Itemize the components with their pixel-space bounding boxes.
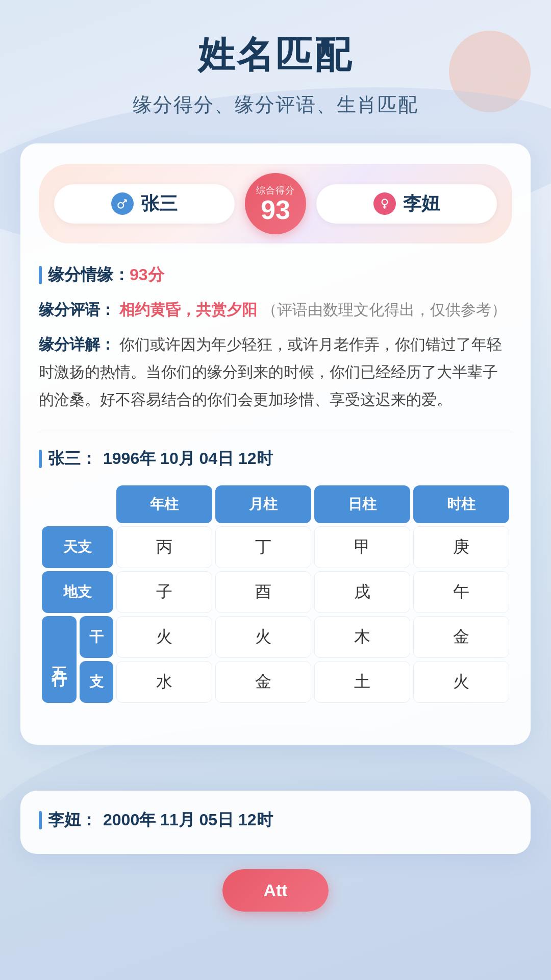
person1-birth-info: 1996年 10月 04日 12时 — [103, 448, 273, 470]
person1-bazi-table: 年柱 月柱 日柱 时柱 天支 丙 丁 甲 庚 地支 子 酉 戌 午 五行 — [39, 482, 512, 706]
cta-button[interactable]: Att — [222, 869, 328, 912]
wuxing-gan-label: 干 — [80, 616, 113, 658]
wuxing-gan-ri: 木 — [314, 616, 410, 658]
wuxing-main-label: 五行 — [42, 616, 77, 703]
female-person-badge: 李妞 — [316, 184, 497, 224]
page-title: 姓名匹配 — [20, 31, 531, 80]
tiangan-nian: 丙 — [116, 526, 212, 568]
male-person-badge: 张三 — [54, 184, 235, 224]
cta-area: Att — [20, 869, 531, 912]
male-name: 张三 — [141, 191, 178, 216]
person1-bazi-section: 张三： 1996年 10月 04日 12时 年柱 月柱 日柱 时柱 天支 丙 丁… — [39, 448, 512, 706]
wuxing-gan-yue: 火 — [215, 616, 311, 658]
person1-name-label: 张三： — [48, 448, 97, 470]
page-subtitle: 缘分得分、缘分评语、生肖匹配 — [20, 92, 531, 118]
person2-card: 李妞： 2000年 11月 05日 12时 — [20, 791, 531, 854]
yuanfen-title: 缘分情缘：93分 — [39, 264, 512, 286]
score-circle: 综合得分 93 — [245, 173, 306, 234]
wuxing-zhi-yue: 金 — [215, 661, 311, 703]
score-header: 张三 综合得分 93 李妞 — [39, 164, 512, 243]
tiangan-label: 天支 — [42, 526, 113, 568]
dizhi-shi: 午 — [413, 571, 509, 613]
tiangan-ri: 甲 — [314, 526, 410, 568]
col-header-shi: 时柱 — [413, 485, 509, 523]
person2-birth-info: 2000年 11月 05日 12时 — [103, 809, 273, 831]
person1-bazi-title: 张三： 1996年 10月 04日 12时 — [39, 448, 512, 470]
title-bar-icon — [39, 266, 42, 284]
dizhi-nian: 子 — [116, 571, 212, 613]
wuxing-zhi-shi: 火 — [413, 661, 509, 703]
wuxing-zhi-nian: 水 — [116, 661, 212, 703]
wuxing-zhi-label: 支 — [80, 661, 113, 703]
title-bar-icon-2 — [39, 450, 42, 468]
table-row-wuxing-zhi: 支 水 金 土 火 — [42, 661, 509, 703]
tiangan-shi: 庚 — [413, 526, 509, 568]
score-number: 93 — [261, 197, 290, 223]
table-row-dizhi: 地支 子 酉 戌 午 — [42, 571, 509, 613]
dizhi-ri: 戌 — [314, 571, 410, 613]
dizhi-label: 地支 — [42, 571, 113, 613]
main-card: 张三 综合得分 93 李妞 — [20, 143, 531, 745]
table-row-tiangan: 天支 丙 丁 甲 庚 — [42, 526, 509, 568]
female-icon — [373, 192, 396, 215]
yuanfen-detail: 缘分详解： 你们或许因为年少轻狂，或许月老作弄，你们错过了年轻时激扬的热情。当你… — [39, 331, 512, 413]
title-bar-icon-3 — [39, 811, 42, 829]
yuanfen-section: 缘分情缘：93分 缘分评语： 相约黄昏，共赏夕阳 （评语由数理文化得出，仅供参考… — [39, 264, 512, 413]
female-name: 李妞 — [403, 191, 440, 216]
male-icon — [111, 192, 134, 215]
svg-point-0 — [118, 203, 123, 208]
tiangan-yue: 丁 — [215, 526, 311, 568]
yuanfen-title-text: 缘分情缘：93分 — [48, 264, 164, 286]
wuxing-gan-shi: 金 — [413, 616, 509, 658]
svg-point-4 — [382, 199, 388, 205]
col-header-yue: 月柱 — [215, 485, 311, 523]
col-header-nian: 年柱 — [116, 485, 212, 523]
wuxing-zhi-ri: 土 — [314, 661, 410, 703]
person2-name-label: 李妞： — [48, 809, 97, 831]
person2-bazi-title: 李妞： 2000年 11月 05日 12时 — [39, 809, 512, 831]
table-row-wuxing-gan: 五行 干 火 火 木 金 — [42, 616, 509, 658]
divider-1 — [39, 432, 512, 432]
col-header-ri: 日柱 — [314, 485, 410, 523]
dizhi-yue: 酉 — [215, 571, 311, 613]
wuxing-gan-nian: 火 — [116, 616, 212, 658]
yuanfen-review: 缘分评语： 相约黄昏，共赏夕阳 （评语由数理文化得出，仅供参考） — [39, 297, 512, 323]
